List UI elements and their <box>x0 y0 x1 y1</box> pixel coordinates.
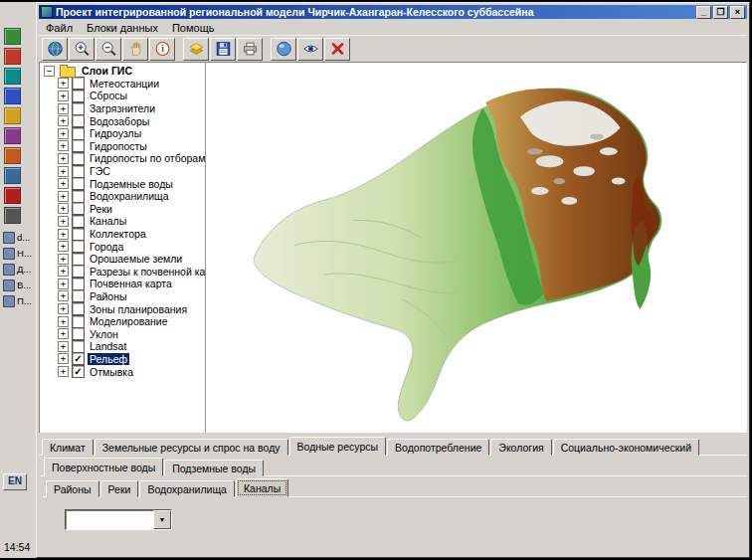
category-tab-3[interactable]: Водные ресурсы <box>289 437 387 456</box>
layer-label[interactable]: Коллектора <box>88 228 148 240</box>
toolbar-save-button[interactable] <box>210 38 236 61</box>
layer-label[interactable]: Города <box>88 241 125 253</box>
tree-root-label[interactable]: Слои ГИС <box>80 65 134 77</box>
expand-icon[interactable]: + <box>58 353 69 364</box>
layer-checkbox[interactable] <box>72 340 85 353</box>
layer-checkbox[interactable] <box>72 190 85 203</box>
tree-item[interactable]: +✓Отмывка <box>40 365 205 378</box>
category-tab-4[interactable]: Водопотребление <box>387 439 489 456</box>
category-tab-1[interactable]: Климат <box>42 439 94 456</box>
tree-item[interactable]: +Города <box>40 240 205 253</box>
expand-icon[interactable]: + <box>58 128 69 139</box>
tree-item[interactable]: +Каналы <box>40 215 205 228</box>
launcher-shortcut-3[interactable]: Д... <box>3 262 36 277</box>
tree-item[interactable]: +Водохранилища <box>40 190 205 203</box>
expand-icon[interactable]: + <box>58 140 69 151</box>
collapse-icon[interactable]: − <box>44 66 55 77</box>
launcher-shortcut-2[interactable]: Н... <box>3 246 36 261</box>
layer-checkbox[interactable] <box>72 228 85 241</box>
combo-dropdown-button[interactable]: ▼ <box>153 510 171 529</box>
layer-label[interactable]: Гидроузлы <box>88 127 143 139</box>
water-type-tab-2[interactable]: Подземные воды <box>164 460 264 476</box>
layer-label[interactable]: Загрязнители <box>88 102 157 114</box>
layer-checkbox[interactable] <box>72 253 85 266</box>
toolbar-delete-button[interactable] <box>324 38 350 61</box>
tree-item[interactable]: +Орошаемые земли <box>40 253 205 266</box>
object-type-tab-2[interactable]: Реки <box>100 480 139 497</box>
layer-checkbox[interactable] <box>72 177 85 190</box>
toolbar-sphere-button[interactable] <box>271 38 296 61</box>
expand-icon[interactable]: + <box>58 366 69 377</box>
category-tab-2[interactable]: Земельные ресурсы и спрос на воду <box>94 439 288 456</box>
tree-item[interactable]: +Загрязнители <box>40 102 205 115</box>
launcher-icon-2[interactable] <box>4 48 21 65</box>
launcher-icon-10[interactable] <box>4 207 21 224</box>
water-type-tab-1[interactable]: Поверхностные воды <box>44 458 163 476</box>
expand-icon[interactable]: + <box>58 191 69 202</box>
launcher-icon-3[interactable] <box>4 68 21 85</box>
layer-checkbox[interactable]: ✓ <box>72 352 85 365</box>
object-type-tab-1[interactable]: Районы <box>46 480 99 497</box>
layer-label[interactable]: Районы <box>88 290 129 302</box>
object-type-tab-4[interactable]: Каналы <box>236 478 288 497</box>
layer-checkbox[interactable] <box>72 127 85 140</box>
layer-label[interactable]: Гидропосты <box>88 140 149 152</box>
layer-checkbox[interactable] <box>72 327 85 340</box>
layer-label[interactable]: Сбросы <box>88 90 129 101</box>
tree-item[interactable]: +ГЭС <box>40 165 205 178</box>
toolbar-info-button[interactable]: i <box>149 38 175 61</box>
tree-item[interactable]: +✓Рельеф <box>40 353 205 366</box>
tree-item[interactable]: +Коллектора <box>40 228 205 241</box>
layer-checkbox[interactable]: ✓ <box>72 365 85 378</box>
layer-label[interactable]: Рельеф <box>88 353 129 365</box>
layer-checkbox[interactable] <box>72 278 85 290</box>
layer-label[interactable]: Каналы <box>88 215 128 227</box>
expand-icon[interactable]: + <box>58 241 69 252</box>
expand-icon[interactable]: + <box>58 203 69 214</box>
toolbar-zoom-out-button[interactable] <box>95 38 121 61</box>
launcher-icon-1[interactable] <box>4 28 21 45</box>
expand-icon[interactable]: + <box>58 229 69 240</box>
layer-label[interactable]: Моделирование <box>88 315 170 327</box>
language-indicator[interactable]: EN <box>3 473 27 490</box>
tree-item[interactable]: +Моделирование <box>40 315 205 328</box>
layer-checkbox[interactable] <box>72 90 85 102</box>
layer-label[interactable]: Гидропосты по отборам <box>88 152 206 164</box>
tree-item[interactable]: +Гидроузлы <box>40 127 205 140</box>
launcher-icon-8[interactable] <box>4 167 21 184</box>
layer-checkbox[interactable] <box>72 315 85 328</box>
expand-icon[interactable]: + <box>58 91 69 101</box>
tree-item[interactable]: +Гидропосты по отборам <box>40 152 205 165</box>
layer-label[interactable]: Уклон <box>88 328 120 340</box>
minimize-button[interactable]: _ <box>696 6 711 19</box>
toolbar-eye-button[interactable] <box>297 38 323 61</box>
tree-item[interactable]: +Зоны планирования <box>40 302 205 315</box>
layer-checkbox[interactable] <box>72 77 85 90</box>
layer-checkbox[interactable] <box>72 302 85 315</box>
layer-label[interactable]: Почвенная карта <box>88 278 174 289</box>
tree-item[interactable]: +Районы <box>40 290 205 303</box>
layer-checkbox[interactable] <box>72 202 85 215</box>
expand-icon[interactable]: + <box>58 78 69 89</box>
layer-checkbox[interactable] <box>72 114 85 127</box>
layer-label[interactable]: Подземные воды <box>88 178 175 190</box>
layer-checkbox[interactable] <box>72 215 85 228</box>
expand-icon[interactable]: + <box>58 303 69 314</box>
toolbar-pan-button[interactable] <box>122 38 148 61</box>
toolbar-print-button[interactable] <box>237 38 263 61</box>
canal-select[interactable]: ▼ <box>65 509 172 530</box>
toolbar-zoom-in-button[interactable] <box>69 38 94 61</box>
expand-icon[interactable]: + <box>58 115 69 126</box>
layer-label[interactable]: Водозаборы <box>88 115 151 127</box>
expand-icon[interactable]: + <box>58 328 69 339</box>
launcher-icon-7[interactable] <box>4 147 21 164</box>
expand-icon[interactable]: + <box>58 266 69 277</box>
tree-item[interactable]: +Водозаборы <box>40 114 205 127</box>
maximize-button[interactable]: ❐ <box>713 6 728 19</box>
expand-icon[interactable]: + <box>58 178 69 189</box>
tree-item[interactable]: +Сбросы <box>40 90 205 102</box>
layer-checkbox[interactable] <box>72 165 85 178</box>
expand-icon[interactable]: + <box>58 341 69 352</box>
expand-icon[interactable]: + <box>58 316 69 327</box>
expand-icon[interactable]: + <box>58 279 69 289</box>
